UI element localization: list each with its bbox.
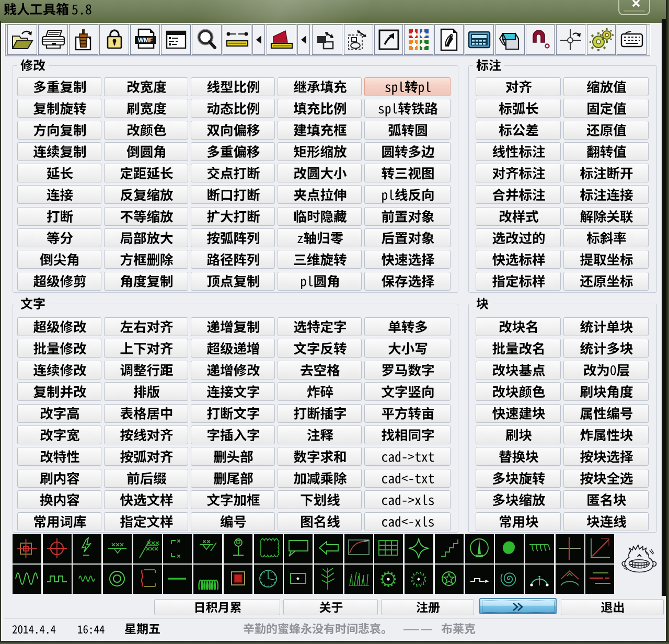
svg-text:WMF: WMF bbox=[137, 37, 153, 44]
